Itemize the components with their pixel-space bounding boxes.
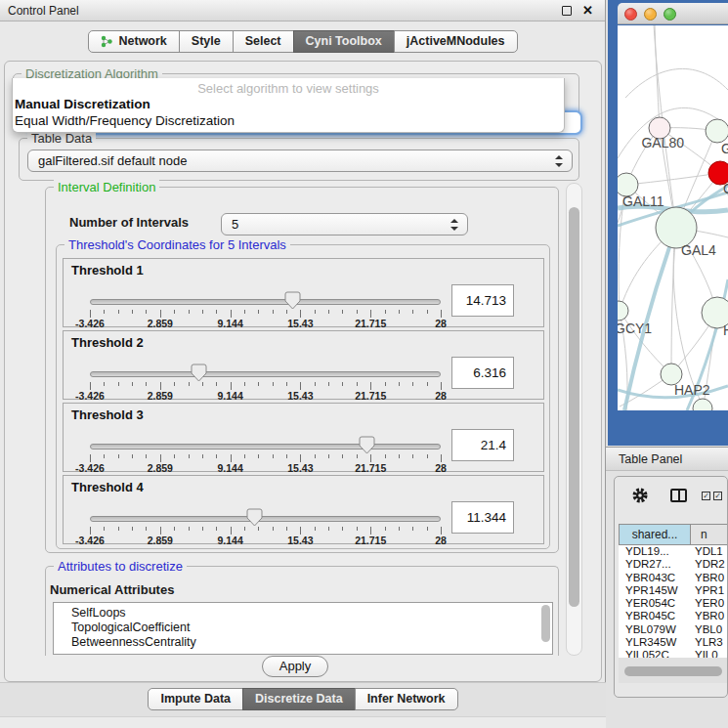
network-edge-highlighted[interactable]	[618, 386, 728, 398]
network-edge[interactable]	[626, 173, 720, 185]
threshold-panel-1: Threshold 1-3.4262.8599.14415.4321.71528…	[63, 258, 544, 327]
attribute-item[interactable]: BetweennessCentrality	[54, 635, 552, 650]
network-node-label: C	[723, 181, 728, 196]
traffic-light-zoom[interactable]	[664, 8, 676, 21]
slider-track[interactable]	[90, 444, 441, 450]
attributes-scrollbar-thumb[interactable]	[541, 605, 550, 642]
threshold-value-field[interactable]: 14.713	[451, 284, 514, 317]
tab-label: Style	[192, 31, 221, 52]
slider-thumb[interactable]	[359, 436, 375, 454]
table-row[interactable]: YDR27...YDR2	[619, 558, 728, 571]
number-of-intervals-label: Number of Intervals	[69, 215, 189, 230]
threshold-label: Threshold 2	[71, 335, 144, 350]
tab-label: jActiveMNodules	[407, 31, 505, 52]
threshold-value-field[interactable]: 6.316	[451, 357, 514, 389]
traffic-light-close[interactable]	[624, 8, 637, 21]
tab-label: Select	[245, 31, 281, 52]
checkbox-icon[interactable]	[713, 492, 722, 500]
slider-track[interactable]	[90, 516, 441, 522]
table-row[interactable]: YDL19...YDL1	[619, 545, 728, 558]
vertical-scrollbar[interactable]	[566, 183, 582, 656]
network-node-bottom-partial[interactable]	[693, 399, 712, 410]
cell-shared-name: YDL19...	[619, 545, 691, 558]
network-node-GCY1[interactable]	[618, 301, 628, 321]
algorithm-option-2[interactable]: Equal Width/Frequency Discretization	[15, 113, 235, 128]
tab-label: Cyni Toolbox	[306, 31, 382, 52]
group-title-table-data: Table Data	[27, 131, 96, 146]
cell-name: YBL0	[691, 623, 728, 636]
attribute-item[interactable]: SelfLoops	[54, 603, 552, 621]
table-row[interactable]: YLR345WYLR3	[619, 636, 728, 649]
number-of-intervals-combo[interactable]: 5	[221, 213, 468, 236]
threshold-label: Threshold 3	[71, 407, 144, 422]
tab-label: Impute Data	[160, 689, 231, 709]
cyni-toolbox-content: Discretization Algorithm Table Data galF…	[4, 61, 602, 682]
apply-button[interactable]: Apply	[262, 656, 328, 677]
close-icon[interactable]: ✕	[582, 0, 593, 21]
tab-network[interactable]: Network	[88, 30, 179, 53]
control-panel-titlebar: Control Panel ✕	[0, 0, 605, 21]
table-panel-titlebar: Table Panel	[606, 447, 728, 471]
tab-style[interactable]: Style	[179, 30, 234, 53]
attributes-group: Attributes to discretize Numerical Attri…	[45, 566, 559, 656]
cell-shared-name: YER054C	[619, 597, 691, 610]
threshold-value-field[interactable]: 21.4	[451, 429, 514, 461]
slider-thumb[interactable]	[246, 508, 263, 527]
slider-track[interactable]	[90, 299, 441, 305]
network-node-label: GAL4	[681, 242, 716, 258]
network-window-titlebar	[618, 3, 728, 24]
traffic-light-minimize[interactable]	[644, 8, 657, 21]
table-row[interactable]: YBR043CYBR0	[619, 572, 728, 584]
bottom-strip	[0, 716, 606, 728]
vertical-scrollbar-thumb[interactable]	[569, 207, 579, 607]
horizontal-scrollbar[interactable]	[619, 658, 728, 683]
threshold-panel-2: Threshold 2-3.4262.8599.14415.4321.71528…	[63, 330, 544, 400]
threshold-list: Threshold 1-3.4262.8599.14415.4321.71528…	[63, 258, 544, 544]
threshold-panel-4: Threshold 4-3.4262.8599.14415.4321.71528…	[63, 475, 544, 544]
slider-thumb[interactable]	[191, 364, 207, 382]
tab-discretize-data[interactable]: Discretize Data	[242, 688, 356, 710]
settings-gear-icon[interactable]	[631, 487, 649, 504]
tab-impute-data[interactable]: Impute Data	[148, 688, 243, 710]
top-tab-bar: NetworkStyleSelectCyni ToolboxjActiveMNo…	[0, 30, 606, 53]
attribute-item[interactable]: TopologicalCoefficient	[54, 621, 552, 635]
column-header-name[interactable]: n	[691, 524, 728, 545]
column-header-shared[interactable]: shared...	[619, 524, 691, 545]
split-columns-icon[interactable]	[670, 489, 687, 502]
network-node-G-partial[interactable]	[706, 119, 728, 143]
tab-jactivemnodules[interactable]: jActiveMNodules	[394, 30, 518, 53]
checkbox-icon[interactable]	[702, 492, 710, 500]
slider-thumb[interactable]	[284, 291, 301, 310]
network-edge[interactable]	[625, 68, 728, 98]
tab-cyni-toolbox[interactable]: Cyni Toolbox	[293, 30, 395, 53]
float-window-icon[interactable]	[562, 6, 572, 16]
threshold-label: Threshold 4	[71, 480, 144, 494]
table-panel-title: Table Panel	[619, 448, 682, 471]
tab-select[interactable]: Select	[233, 30, 294, 53]
numerical-attributes-list[interactable]: SelfLoopsTopologicalCoefficientBetweenne…	[53, 602, 553, 655]
table-row[interactable]: YBL079WYBL0	[619, 623, 728, 636]
algorithm-option-1[interactable]: Manual Discretization	[15, 97, 150, 111]
horizontal-scrollbar-thumb[interactable]	[624, 666, 722, 676]
table-data-combo-value: galFiltered.sif default node	[38, 150, 187, 172]
algorithm-dropdown-popup: Select algorithm to view settings Manual…	[12, 78, 565, 133]
cell-name: YDR2	[691, 558, 728, 571]
network-edge[interactable]	[655, 25, 660, 128]
table-row[interactable]: YBR045CYBR0	[619, 610, 728, 622]
threshold-value-field[interactable]: 11.344	[451, 501, 514, 534]
network-node-label: HAP2	[674, 382, 710, 398]
network-view-window: GAL80GCGAL11GAL4GCY1HHAP2	[608, 0, 728, 446]
tab-infer-network[interactable]: Infer Network	[355, 688, 458, 710]
table-data-group: Table Data galFiltered.sif default node	[19, 138, 579, 181]
network-canvas[interactable]: GAL80GCGAL11GAL4GCY1HHAP2	[618, 25, 728, 410]
table-row[interactable]: YPR145WYPR1	[619, 584, 728, 597]
table-data-combo[interactable]: galFiltered.sif default node	[27, 150, 573, 172]
cell-name: YPR1	[691, 584, 728, 597]
control-panel: Control Panel ✕ NetworkStyleSelectCyni T…	[0, 0, 606, 728]
group-title-attributes: Attributes to discretize	[54, 559, 187, 574]
slider-scale-labels: -3.4262.8599.14415.4321.71528	[90, 462, 441, 474]
cell-shared-name: YBR043C	[619, 572, 691, 584]
slider-track[interactable]	[90, 371, 441, 377]
table-row[interactable]: YIL052CYIL0	[619, 649, 728, 658]
table-row[interactable]: YER054CYER0	[619, 597, 728, 610]
